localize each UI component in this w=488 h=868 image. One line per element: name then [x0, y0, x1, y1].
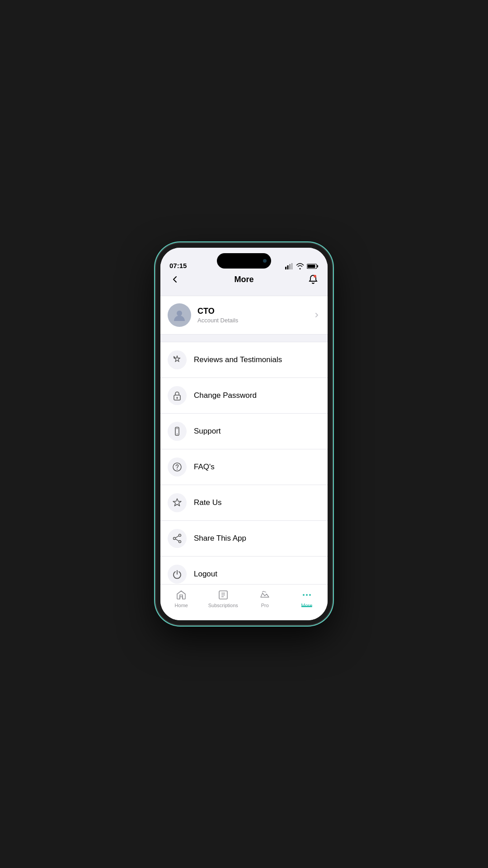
page-title: More	[234, 275, 253, 284]
svg-rect-3	[291, 263, 293, 269]
svg-rect-6	[308, 265, 315, 268]
svg-point-22	[174, 538, 176, 540]
nav-item-pro[interactable]: Pro	[244, 589, 286, 608]
svg-line-24	[175, 539, 179, 541]
scroll-content: CTO Account Details	[160, 292, 328, 584]
svg-point-21	[179, 541, 181, 543]
menu-item-password[interactable]: Change Password	[160, 378, 328, 414]
notifications-button[interactable]	[306, 272, 320, 287]
signal-icon	[285, 263, 293, 269]
svg-line-23	[175, 536, 179, 538]
account-section[interactable]: CTO Account Details	[160, 296, 328, 335]
nav-label-pro: Pro	[261, 603, 269, 608]
svg-rect-2	[289, 264, 291, 269]
nav-label-subscriptions: Subscriptions	[208, 603, 238, 608]
subscriptions-icon	[217, 589, 229, 601]
nav-item-more[interactable]: More	[286, 589, 328, 608]
menu-item-share[interactable]: Share This App	[160, 521, 328, 557]
nav-item-home[interactable]: Home	[160, 589, 202, 608]
avatar	[168, 303, 191, 327]
svg-point-7	[314, 275, 316, 278]
home-icon	[175, 589, 187, 601]
pro-icon	[259, 589, 271, 601]
menu-label-share: Share This App	[194, 534, 246, 543]
svg-point-16	[177, 434, 178, 434]
menu-item-faqs[interactable]: FAQ's	[160, 449, 328, 485]
menu-label-password: Change Password	[194, 391, 257, 400]
menu-label-reviews: Reviews and Testimonials	[194, 355, 282, 364]
svg-point-19	[177, 469, 178, 470]
battery-icon	[307, 263, 319, 269]
menu-item-reviews[interactable]: Reviews and Testimonials	[160, 342, 328, 378]
sparkle-icon	[168, 350, 187, 369]
svg-rect-1	[287, 265, 289, 269]
account-name: CTO	[197, 307, 238, 316]
menu-label-faqs: FAQ's	[194, 462, 215, 472]
more-nav-icon	[301, 589, 313, 601]
nav-label-more: More	[301, 603, 312, 608]
nav-label-home: Home	[175, 603, 188, 608]
svg-rect-5	[317, 265, 319, 268]
menu-label-support: Support	[194, 427, 221, 436]
menu-label-logout: Logout	[194, 570, 217, 579]
svg-point-30	[306, 594, 308, 596]
menu-label-rate: Rate Us	[194, 498, 221, 507]
nav-item-subscriptions[interactable]: Subscriptions	[202, 589, 244, 608]
status-time: 07:15	[169, 262, 187, 269]
wifi-icon	[296, 263, 304, 269]
menu-section: Reviews and Testimonials Change Password	[160, 342, 328, 584]
svg-point-31	[309, 594, 311, 596]
menu-item-logout[interactable]: Logout	[160, 557, 328, 584]
bottom-nav: Home Subscriptions	[160, 584, 328, 620]
dynamic-island	[217, 253, 271, 269]
account-chevron	[313, 311, 320, 319]
svg-point-20	[179, 534, 181, 537]
power-icon	[168, 565, 187, 584]
svg-point-29	[303, 594, 305, 596]
svg-rect-0	[285, 267, 286, 269]
back-button[interactable]	[168, 272, 182, 287]
lock-icon	[168, 386, 187, 405]
svg-point-8	[177, 311, 182, 316]
share-icon	[168, 529, 187, 548]
question-icon	[168, 458, 187, 476]
star-icon	[168, 493, 187, 512]
svg-point-13	[177, 397, 178, 398]
phone-icon	[168, 422, 187, 441]
menu-item-support[interactable]: Support	[160, 414, 328, 449]
account-subtitle: Account Details	[197, 317, 238, 324]
menu-item-rate[interactable]: Rate Us	[160, 485, 328, 521]
